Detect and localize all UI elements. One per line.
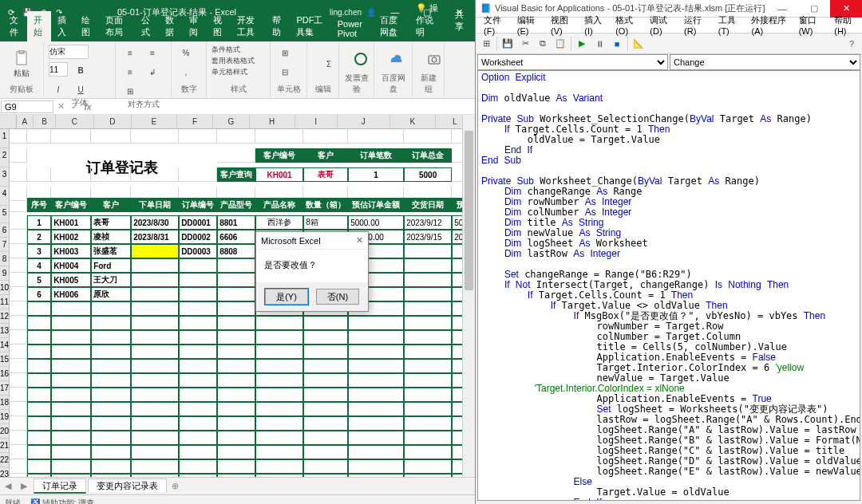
vba-code-editor[interactable]: Option Explicit Dim oldValue As Variant … <box>477 70 860 501</box>
sheet-tab[interactable]: 变更内容记录表 <box>88 478 167 492</box>
row-header[interactable]: 2 <box>0 148 9 167</box>
cell-styles-button[interactable]: 单元格样式 <box>212 67 247 77</box>
row-header[interactable]: 5 <box>0 206 9 223</box>
row-header[interactable]: 17 <box>0 381 9 396</box>
tell-me[interactable]: 💡 操作说明 <box>409 0 445 41</box>
column-header[interactable]: K <box>390 115 436 128</box>
vba-menu-item[interactable]: 调试(D) <box>645 13 678 37</box>
vba-cut-icon[interactable]: ✂ <box>518 37 532 51</box>
fx-icon[interactable]: fx <box>81 102 94 112</box>
row-header[interactable]: 21 <box>0 439 9 453</box>
merge-icon[interactable]: ⊞ <box>121 83 140 99</box>
name-box[interactable]: G9 <box>1 100 53 113</box>
vba-menu-item[interactable]: 视图(V) <box>546 13 578 37</box>
formula-bar[interactable] <box>94 106 475 108</box>
row-header[interactable]: 10 <box>0 281 9 295</box>
row-header[interactable]: 9 <box>0 266 9 281</box>
column-header[interactable]: E <box>132 115 177 128</box>
vba-menu-item[interactable]: 插入(I) <box>579 13 609 37</box>
vertical-scrollbar[interactable] <box>462 115 475 477</box>
vba-menu-item[interactable]: 工具(T) <box>714 13 745 37</box>
new-sheet-icon[interactable]: ⊕ <box>167 481 184 491</box>
sheet-tab[interactable]: 订单记录 <box>34 478 86 494</box>
row-header[interactable]: 19 <box>0 410 9 424</box>
vba-menu-item[interactable]: 运行(R) <box>679 13 712 37</box>
italic-button[interactable]: I <box>49 81 68 97</box>
msgbox-close-icon[interactable]: ✕ <box>356 235 363 246</box>
column-header[interactable]: I <box>295 115 338 128</box>
vba-menu-item[interactable]: 编辑(E) <box>512 13 544 37</box>
vba-menu-item[interactable]: 外接程序(A) <box>746 13 792 37</box>
vba-menu-item[interactable]: 窗口(W) <box>794 13 828 37</box>
align-right-icon[interactable]: ≡ <box>121 64 140 80</box>
confirm-fx-icon[interactable]: ✓ <box>68 101 81 112</box>
ribbon-tab[interactable]: 开始 <box>27 11 51 41</box>
column-header[interactable]: G <box>213 115 249 128</box>
share-button[interactable]: 共享 <box>449 6 470 36</box>
row-header[interactable]: 3 <box>0 167 9 187</box>
vba-paste-icon[interactable]: 📋 <box>553 37 567 51</box>
column-header[interactable]: J <box>338 115 390 128</box>
column-header[interactable]: C <box>56 115 93 128</box>
table-format-button[interactable]: 套用表格格式 <box>212 56 255 66</box>
cells-area[interactable]: 订单登记表客户编号客户订单笔数订单总金客户查询KH001表哥15000序号客户编… <box>10 129 475 477</box>
column-header[interactable]: A <box>17 115 34 128</box>
vba-menu-item[interactable]: 格式(O) <box>611 13 643 37</box>
row-header[interactable]: 16 <box>0 367 9 381</box>
vba-menu-item[interactable]: 文件(F) <box>479 13 511 37</box>
row-header[interactable]: 13 <box>0 324 9 338</box>
row-header[interactable]: 11 <box>0 295 9 309</box>
row-header[interactable]: 1 <box>0 129 9 148</box>
insert-cell-icon[interactable]: ⊞ <box>275 45 295 61</box>
align-center-icon[interactable]: ≡ <box>143 45 162 61</box>
row-header[interactable]: 6 <box>0 223 9 238</box>
font-size-input[interactable] <box>49 62 68 77</box>
vba-view-excel-icon[interactable]: ⊞ <box>479 37 493 51</box>
row-header[interactable]: 22 <box>0 453 9 467</box>
row-header[interactable]: 23 <box>0 467 9 477</box>
vba-object-dropdown[interactable]: Worksheet <box>478 55 667 69</box>
row-header[interactable]: 14 <box>0 338 9 352</box>
select-all-corner[interactable] <box>0 115 17 128</box>
delete-cell-icon[interactable]: ⊟ <box>275 64 295 80</box>
row-header[interactable]: 4 <box>0 187 9 206</box>
vba-procedure-dropdown[interactable]: Change <box>670 55 860 69</box>
ribbon-tab[interactable]: Power Pivot <box>331 16 374 41</box>
column-header[interactable]: B <box>34 115 56 128</box>
comma-icon[interactable]: , <box>176 64 196 80</box>
row-header[interactable]: 12 <box>0 309 9 324</box>
align-left-icon[interactable]: ≡ <box>121 45 140 61</box>
vba-menu-item[interactable]: 帮助(H) <box>829 13 862 37</box>
row-header[interactable]: 8 <box>0 252 9 266</box>
vba-design-icon[interactable]: 📐 <box>631 37 646 51</box>
row-header[interactable]: 7 <box>0 238 9 252</box>
ribbon-tab[interactable]: 文件 <box>3 11 27 41</box>
cond-format-button[interactable]: 条件格式 <box>212 45 240 55</box>
column-header[interactable]: D <box>94 115 132 128</box>
vba-copy-icon[interactable]: ⧉ <box>536 37 550 51</box>
vba-save-icon[interactable]: 💾 <box>500 37 515 51</box>
baidu-save-button[interactable] <box>379 45 413 73</box>
vba-help-icon[interactable]: ? <box>844 37 859 51</box>
excel-user[interactable]: ling.chen👤 <box>283 8 379 17</box>
camera-button[interactable] <box>417 45 451 73</box>
row-header[interactable]: 15 <box>0 352 9 367</box>
column-header[interactable]: F <box>177 115 213 128</box>
row-header[interactable]: 18 <box>0 396 9 410</box>
underline-button[interactable]: U <box>71 81 90 97</box>
row-header[interactable]: 20 <box>0 424 9 439</box>
vba-run-icon[interactable]: ▶ <box>575 37 589 51</box>
msgbox-no-button[interactable]: 否(N) <box>316 289 359 305</box>
column-header[interactable]: H <box>250 115 295 128</box>
invoice-button[interactable] <box>344 45 378 73</box>
font-name-input[interactable] <box>49 45 89 59</box>
bold-button[interactable]: B <box>71 62 90 78</box>
sheet-nav-next-icon[interactable]: ▶ <box>16 481 32 491</box>
vba-break-icon[interactable]: ⏸ <box>592 37 607 51</box>
sheet-nav-prev-icon[interactable]: ◀ <box>0 481 16 491</box>
msgbox-yes-button[interactable]: 是(Y) <box>265 289 308 305</box>
vba-reset-icon[interactable]: ■ <box>610 37 624 51</box>
paste-button[interactable]: 粘贴 <box>5 45 38 84</box>
percent-icon[interactable]: % <box>176 45 196 61</box>
wrap-text-icon[interactable]: ↲ <box>143 64 162 80</box>
